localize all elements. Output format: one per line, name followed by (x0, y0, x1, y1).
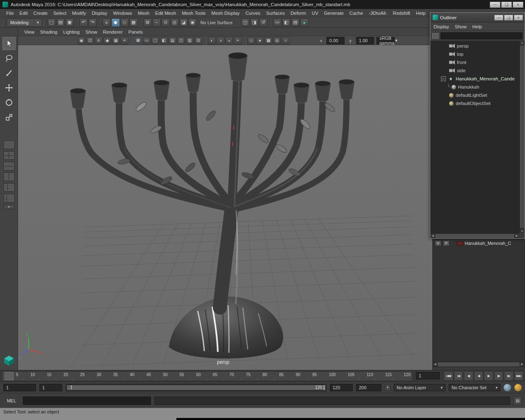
character-set-dropdown[interactable]: No Character Set ▾ (449, 384, 500, 391)
snap-icon[interactable]: ⊞ (144, 18, 152, 27)
menu-item[interactable]: Edit (17, 11, 31, 16)
outliner-maximize-button[interactable]: ❏ (504, 15, 513, 21)
snap-icon[interactable]: ◉ (189, 18, 197, 27)
scroll-left-icon[interactable]: ◀ (430, 234, 435, 237)
layer-editor-hscrollbar[interactable]: ◀ ▶ (433, 361, 525, 367)
viewport-gate-icon[interactable]: ▤ (169, 37, 176, 44)
selection-mode-icon[interactable]: ▦ (130, 18, 138, 27)
menu-item[interactable]: Modify (69, 11, 89, 16)
viewport-gate-icon[interactable]: ▥ (186, 37, 194, 44)
layout-single-pane[interactable] (4, 141, 14, 149)
outliner-hscrollbar[interactable]: ◀ ▶ (430, 233, 519, 238)
command-language-button[interactable]: MEL (3, 398, 20, 403)
menu-item[interactable]: Surfaces (263, 11, 288, 16)
outliner-item[interactable]: − Hanukkah_Menorah_Cande (430, 75, 525, 83)
viewport-camera-icon[interactable]: ◉ (78, 37, 85, 44)
scroll-right-icon[interactable]: ▶ (520, 363, 525, 366)
time-slider[interactable]: 5101520253035404550556065707580859095100… (2, 371, 413, 381)
snap-icon[interactable]: ◎ (171, 18, 179, 27)
scroll-right-icon[interactable]: ▶ (514, 234, 519, 237)
menu-item[interactable]: Mesh Tools (179, 11, 208, 16)
collapse-handle[interactable] (43, 19, 46, 26)
range-end-handle[interactable] (323, 385, 325, 390)
menu-item[interactable]: Redshift (390, 11, 413, 16)
edit-icon-button[interactable]: ↶ (80, 18, 88, 27)
outliner-list[interactable]: persp top front (430, 41, 525, 238)
viewport-shading-icon[interactable]: ◎ (273, 37, 281, 44)
playback-button[interactable]: ◀| (464, 371, 473, 381)
outliner-menu-item[interactable]: Display (433, 24, 452, 29)
playback-button[interactable]: |◀ (454, 371, 463, 381)
viewport-shading-icon[interactable]: ◇ (247, 37, 255, 44)
selection-mode-icon[interactable]: ◇ (121, 18, 129, 27)
render-icon[interactable]: ▭ (273, 18, 281, 27)
outliner-title-bar[interactable]: Outliner — ❏ × (430, 13, 525, 23)
layout-outliner-persp[interactable] (4, 194, 14, 202)
move-tool[interactable] (2, 81, 16, 94)
scroll-down-icon[interactable]: ▼ (520, 230, 525, 233)
viewport-lighting-icon[interactable]: ◐ (208, 37, 216, 44)
selection-mode-icon[interactable]: ≡ (103, 18, 111, 27)
layout-more-button[interactable]: ▾ (4, 204, 14, 209)
expand-toggle-icon[interactable]: − (441, 76, 446, 81)
history-icon[interactable]: ◨ (250, 18, 258, 27)
layout-two-pane-side[interactable] (4, 173, 14, 181)
snap-icon[interactable]: ~ (153, 18, 161, 27)
outliner-item[interactable]: side (430, 66, 525, 75)
panel-menu-item[interactable]: Shading (37, 30, 60, 34)
anim-layer-dropdown[interactable]: No Anim Layer ▾ (394, 384, 445, 391)
scroll-up-icon[interactable]: ▲ (520, 41, 525, 44)
viewport-lighting-icon[interactable]: ◒ (225, 37, 233, 44)
select-tool[interactable] (2, 37, 16, 50)
outliner-close-button[interactable]: × (514, 15, 523, 21)
outliner-item[interactable]: front (430, 58, 525, 66)
menu-item[interactable]: Mesh Display (208, 11, 242, 16)
menu-item[interactable]: Cache (347, 11, 366, 16)
playback-button[interactable]: ▶| (504, 371, 514, 381)
menu-item[interactable]: Windows (110, 11, 135, 16)
layout-three-pane[interactable] (4, 183, 14, 192)
selection-mode-icon[interactable]: ◆ (112, 18, 120, 27)
menu-item[interactable]: Select (50, 11, 69, 16)
panel-menu-item[interactable]: Lighting (60, 30, 82, 34)
gamma-field[interactable]: 1.00 (356, 37, 374, 44)
viewport-gate-icon[interactable]: ◧ (160, 37, 168, 44)
history-icon[interactable]: ◫ (241, 18, 249, 27)
viewport-shading-icon[interactable]: ▩ (265, 37, 272, 44)
outliner-menu-item[interactable]: Help (472, 24, 486, 29)
anim-layer-icon[interactable] (504, 384, 511, 391)
viewport-lighting-icon[interactable]: ◓ (234, 37, 242, 44)
viewport-gate-icon[interactable]: ⊟ (194, 37, 202, 44)
panel-menu-item[interactable]: View (21, 30, 37, 34)
maximize-button[interactable]: ❏ (501, 2, 512, 8)
menu-item[interactable]: Create (30, 11, 50, 16)
playback-button[interactable]: |▶ (494, 371, 504, 381)
playback-button[interactable]: ▶ (484, 371, 493, 381)
menu-item[interactable]: Help (413, 11, 429, 16)
outliner-item[interactable]: └ Hanukkah (430, 83, 525, 91)
panel-menu-item[interactable]: Show (82, 30, 100, 34)
viewport-camera-icon[interactable]: ▦ (112, 37, 120, 44)
layout-four-pane[interactable] (4, 151, 14, 160)
viewport-gate-icon[interactable]: ◫ (177, 37, 185, 44)
scrollbar-thumb[interactable] (436, 234, 514, 238)
viewport-gate-icon[interactable]: ▢ (151, 37, 159, 44)
menu-item[interactable]: Display (89, 11, 110, 16)
menu-item[interactable]: Generate (321, 11, 347, 16)
layer-visibility-toggle[interactable]: V (435, 240, 441, 246)
outliner-item[interactable]: top (430, 50, 525, 58)
outliner-item[interactable]: persp (430, 42, 525, 50)
menu-item[interactable]: Mesh (135, 11, 152, 16)
outliner-item[interactable]: defaultObjectSet (430, 99, 525, 107)
menu-item[interactable]: -3DtoAll- (366, 11, 390, 16)
viewport-shading-icon[interactable]: ● (256, 37, 264, 44)
maya-logo-button[interactable] (3, 354, 15, 368)
scroll-left-icon[interactable]: ◀ (433, 363, 438, 366)
menu-item[interactable]: File (3, 11, 17, 16)
filter-icon[interactable] (432, 33, 438, 39)
playback-start-field[interactable]: 1 (39, 384, 62, 391)
layout-two-pane-stacked[interactable] (4, 162, 14, 170)
edit-icon-button[interactable]: ↷ (89, 18, 97, 27)
menu-item[interactable]: Deform (288, 11, 309, 16)
exposure-field[interactable]: 0.00 (326, 37, 345, 44)
